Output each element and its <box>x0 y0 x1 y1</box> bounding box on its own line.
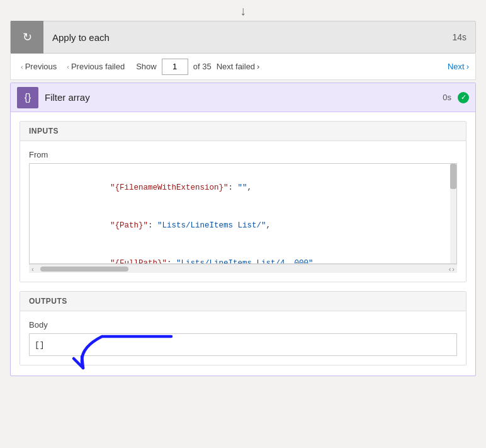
filter-array-title: Filter array <box>45 92 443 103</box>
next-label: Next <box>448 62 465 71</box>
vertical-scroll-thumb[interactable] <box>450 164 456 189</box>
code-line-1: "{FilenameWithExtension}": "", <box>35 169 451 207</box>
apply-each-title: Apply to each <box>43 32 452 43</box>
previous-failed-label: Previous failed <box>71 62 125 71</box>
next-chevron-icon: › <box>466 62 469 71</box>
previous-button[interactable]: ‹ Previous <box>17 59 60 74</box>
filter-array-header: {} Filter array 0s ✓ <box>11 83 475 112</box>
inputs-section: INPUTS From "{FilenameWithExtension}": "… <box>20 121 466 282</box>
expand-icons: ‹ › <box>449 265 455 273</box>
page-number-input[interactable] <box>162 59 188 75</box>
top-arrow-indicator: ↓ <box>0 0 486 21</box>
previous-label: Previous <box>25 62 57 71</box>
next-button[interactable]: Next › <box>448 62 469 71</box>
previous-failed-chevron-icon: ‹ <box>67 63 69 71</box>
of-total-label: of 35 <box>193 62 212 71</box>
apply-each-icon: ↻ <box>11 21 43 54</box>
code-scroll[interactable]: "{FilenameWithExtension}": "", "{Path}":… <box>30 164 456 263</box>
apply-each-time: 14s <box>452 32 475 42</box>
output-value-box: [] <box>29 333 457 356</box>
scroll-left-icon: ‹ <box>31 265 34 273</box>
inputs-header: INPUTS <box>20 122 466 141</box>
pagination-nav: ‹ Previous ‹ Previous failed Show of 35 … <box>10 54 476 80</box>
outputs-body: Body [] <box>20 311 466 365</box>
expand-right-icon: › <box>452 265 455 273</box>
next-failed-button[interactable]: Next failed › <box>217 62 260 71</box>
vertical-scrollbar[interactable] <box>450 164 456 263</box>
code-area[interactable]: "{FilenameWithExtension}": "", "{Path}":… <box>29 163 457 264</box>
show-label: Show <box>136 62 157 71</box>
body-label: Body <box>29 320 457 330</box>
code-line-2: "{Path}": "Lists/LineItems List/", <box>35 207 451 244</box>
main-card: {} Filter array 0s ✓ INPUTS From "{Filen… <box>10 83 476 376</box>
previous-failed-button[interactable]: ‹ Previous failed <box>63 59 128 74</box>
next-failed-label: Next failed <box>217 62 255 71</box>
filter-array-icon: {} <box>17 87 38 108</box>
outputs-section: OUTPUTS Body [] <box>20 291 466 365</box>
code-line-3: "{FullPath}": "Lists/LineItems List/4_.0… <box>35 244 451 263</box>
horizontal-scroll-bar[interactable]: ‹ ‹ › <box>29 264 457 273</box>
apply-each-bar: ↻ Apply to each 14s <box>10 21 476 54</box>
horizontal-scroll-thumb[interactable] <box>40 267 128 272</box>
apply-each-container: ↻ Apply to each 14s <box>10 21 476 54</box>
outputs-header: OUTPUTS <box>20 292 466 311</box>
inputs-body: From "{FilenameWithExtension}": "", "{Pa… <box>20 141 466 282</box>
from-label: From <box>29 150 457 159</box>
output-value: [] <box>35 340 45 350</box>
success-indicator: ✓ <box>458 92 469 103</box>
next-failed-chevron-icon: › <box>257 62 259 71</box>
filter-array-time: 0s <box>443 93 451 102</box>
previous-chevron-icon: ‹ <box>21 63 23 71</box>
expand-left-icon: ‹ <box>449 265 451 273</box>
